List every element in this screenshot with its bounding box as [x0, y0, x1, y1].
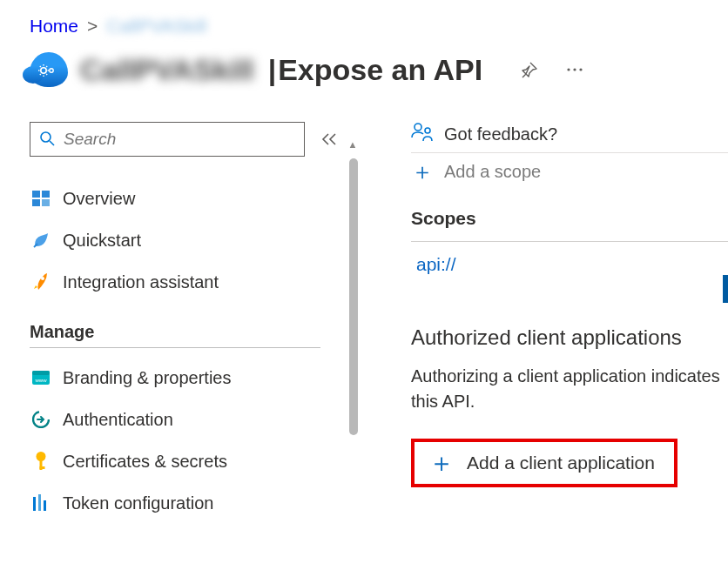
page-title-appname: CallPVASkill — [80, 53, 254, 87]
svg-rect-9 — [42, 199, 50, 206]
svg-rect-12 — [32, 371, 50, 375]
authentication-icon — [31, 410, 51, 429]
collapse-sidebar-icon[interactable] — [317, 127, 341, 151]
svg-rect-17 — [40, 466, 45, 469]
svg-point-2 — [568, 68, 570, 70]
main-content: Got feedback? ＋ Add a scope Scopes api:/… — [362, 122, 728, 487]
overview-icon — [31, 189, 51, 208]
quickstart-icon — [31, 231, 51, 250]
sidebar-item-branding[interactable]: www Branding & properties — [30, 357, 341, 399]
breadcrumb-current[interactable]: CallPVASkill — [106, 16, 206, 37]
scroll-up-icon[interactable]: ▲ — [347, 139, 359, 150]
feedback-label: Got feedback? — [444, 124, 557, 144]
search-input-container[interactable] — [30, 122, 305, 157]
sidebar-divider — [30, 347, 320, 348]
svg-point-21 — [415, 124, 421, 131]
svg-point-3 — [574, 68, 576, 70]
feedback-icon — [411, 122, 434, 147]
plus-icon: ＋ — [411, 157, 434, 187]
sidebar-item-label: Token configuration — [63, 493, 213, 513]
breadcrumb-home[interactable]: Home — [30, 16, 78, 37]
more-icon[interactable] — [561, 56, 589, 84]
sidebar-item-label: Branding & properties — [63, 368, 231, 388]
integration-icon — [31, 272, 51, 292]
search-icon — [39, 131, 55, 149]
page-title-row: CallPVASkill | Expose an API — [30, 52, 728, 87]
add-client-label: Add a client application — [467, 453, 655, 473]
svg-rect-7 — [42, 191, 50, 198]
sidebar: Overview Quickstart — [30, 122, 341, 524]
svg-text:www: www — [35, 378, 48, 383]
add-scope-label: Add a scope — [444, 162, 541, 182]
breadcrumb-separator: > — [87, 16, 98, 37]
right-edge-indicator — [723, 275, 728, 303]
svg-point-4 — [580, 68, 583, 70]
svg-rect-6 — [32, 191, 40, 198]
app-registration-icon — [30, 52, 68, 87]
scope-link[interactable]: api:// — [416, 254, 456, 274]
svg-rect-8 — [32, 199, 40, 206]
svg-point-22 — [425, 128, 430, 133]
sidebar-item-integration[interactable]: Integration assistant — [30, 261, 341, 303]
scopes-list: api:// — [411, 241, 728, 275]
sidebar-item-token[interactable]: Token configuration — [30, 482, 341, 524]
svg-rect-18 — [33, 497, 36, 511]
scrollbar-thumb[interactable] — [349, 158, 358, 435]
svg-rect-20 — [44, 500, 46, 511]
svg-point-0 — [41, 68, 46, 73]
sidebar-item-authentication[interactable]: Authentication — [30, 399, 341, 440]
authorized-apps-description: Authorizing a client application indicat… — [411, 364, 728, 414]
sidebar-item-label: Overview — [63, 189, 135, 209]
sidebar-item-overview[interactable]: Overview — [30, 178, 341, 219]
page-title: Expose an API — [278, 53, 482, 87]
pin-icon[interactable] — [516, 56, 543, 84]
sidebar-item-quickstart[interactable]: Quickstart — [30, 219, 341, 261]
add-scope-button[interactable]: ＋ Add a scope — [411, 152, 728, 187]
svg-point-10 — [41, 277, 44, 280]
sidebar-item-label: Authentication — [63, 410, 173, 430]
search-input[interactable] — [62, 129, 295, 150]
sidebar-scrollbar[interactable]: ▲ — [347, 122, 359, 524]
svg-rect-19 — [38, 494, 41, 511]
breadcrumb: Home > CallPVASkill — [30, 16, 728, 37]
authorized-apps-title: Authorized client applications — [411, 325, 728, 350]
plus-icon: ＋ — [428, 453, 455, 473]
sidebar-item-label: Quickstart — [63, 231, 141, 251]
sidebar-item-label: Certificates & secrets — [63, 452, 227, 472]
sidebar-item-certificates[interactable]: Certificates & secrets — [30, 440, 341, 482]
svg-point-1 — [50, 69, 53, 72]
sidebar-section-manage: Manage — [30, 322, 341, 342]
certificates-icon — [31, 452, 51, 471]
feedback-button[interactable]: Got feedback? — [411, 122, 728, 147]
add-client-application-button[interactable]: ＋ Add a client application — [411, 439, 677, 487]
scopes-header: Scopes — [411, 208, 728, 229]
token-icon — [31, 493, 51, 513]
sidebar-item-label: Integration assistant — [63, 272, 219, 292]
page-title-separator: | — [268, 53, 277, 87]
branding-icon: www — [31, 368, 51, 387]
svg-point-5 — [41, 132, 51, 142]
